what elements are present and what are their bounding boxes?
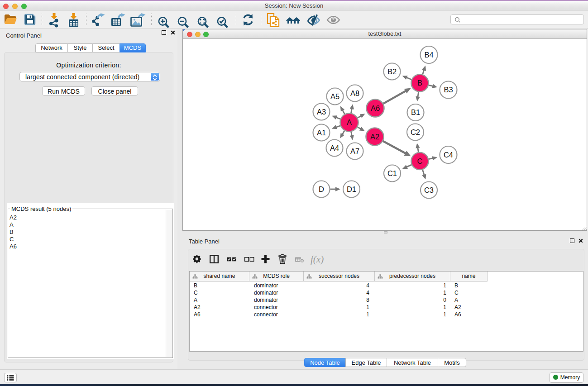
- svg-text:A1: A1: [317, 129, 326, 137]
- svg-text:A7: A7: [350, 147, 359, 155]
- svg-text:C2: C2: [411, 128, 420, 136]
- svg-text:C1: C1: [387, 169, 397, 177]
- svg-text:C4: C4: [444, 151, 453, 159]
- svg-text:A6: A6: [371, 104, 380, 112]
- svg-text:A5: A5: [330, 92, 339, 100]
- svg-text:D: D: [319, 185, 324, 193]
- svg-text:A8: A8: [350, 89, 359, 97]
- svg-text:B3: B3: [444, 86, 453, 94]
- svg-text:D1: D1: [347, 185, 356, 193]
- svg-text:A3: A3: [317, 108, 326, 116]
- svg-text:B1: B1: [411, 108, 420, 116]
- svg-text:C3: C3: [424, 186, 434, 194]
- svg-text:C: C: [417, 157, 423, 165]
- svg-text:A4: A4: [330, 144, 339, 152]
- svg-text:A: A: [347, 118, 352, 126]
- svg-text:B4: B4: [424, 51, 433, 59]
- svg-text:A2: A2: [370, 133, 379, 141]
- svg-text:B2: B2: [387, 67, 397, 76]
- svg-text:B: B: [417, 79, 422, 87]
